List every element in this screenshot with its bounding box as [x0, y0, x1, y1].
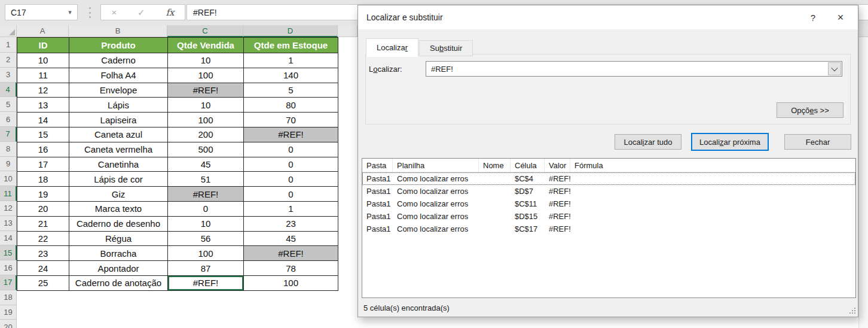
cell-a3[interactable]: 11 [17, 68, 69, 83]
result-row-4[interactable]: Pasta1Como localizar erros$D$15#REF! [362, 210, 855, 223]
row-header-16[interactable]: 16 [0, 260, 17, 275]
cell-a14[interactable]: 22 [17, 232, 69, 247]
cell-a11[interactable]: 19 [17, 187, 69, 202]
cell-c9[interactable]: 45 [168, 157, 244, 172]
cell-d17[interactable]: 100 [244, 276, 338, 291]
result-row-3[interactable]: Pasta1Como localizar erros$C$11#REF! [362, 198, 855, 210]
close-icon[interactable]: × [823, 11, 858, 24]
cell-b14[interactable]: Régua [69, 232, 168, 247]
column-header-b[interactable]: B [69, 25, 167, 37]
cell-c6[interactable]: 100 [168, 113, 244, 127]
cell-c10[interactable]: 51 [168, 172, 244, 187]
cell-b3[interactable]: Folha A4 [69, 68, 168, 83]
row-header-14[interactable]: 14 [0, 231, 17, 246]
cell-d14[interactable]: 45 [244, 232, 338, 247]
column-header-a[interactable]: A [17, 25, 69, 37]
cell-c12[interactable]: 0 [168, 202, 244, 217]
find-next-button[interactable]: Localizar próxima [691, 133, 769, 151]
result-row-1[interactable]: Pasta1Como localizar erros$C$4#REF! [362, 172, 855, 185]
cell-b8[interactable]: Caneta vermelha [69, 142, 168, 157]
cell-d4[interactable]: 5 [244, 83, 338, 98]
cell-c7[interactable]: 200 [168, 127, 244, 142]
cell-c15[interactable]: 100 [168, 246, 244, 261]
header-cell-c1[interactable]: Qtde Vendida [168, 38, 244, 53]
cell-d12[interactable]: 1 [244, 202, 338, 217]
row-header-17[interactable]: 17 [0, 275, 17, 290]
results-column-nome[interactable]: Nome [479, 159, 511, 172]
cell-a5[interactable]: 13 [17, 98, 69, 113]
cell-a17[interactable]: 25 [17, 276, 69, 291]
row-header-20[interactable]: 20 [0, 320, 17, 328]
cell-d7[interactable]: #REF! [244, 127, 338, 142]
cell-b17[interactable]: Caderno de anotação [69, 276, 168, 291]
vertical-scrollbar[interactable] [858, 0, 868, 328]
results-list[interactable]: PastaPlanilhaNomeCélulaValorFórmula Past… [362, 158, 856, 298]
tab-substituir[interactable]: Substituir [419, 40, 473, 56]
row-header-6[interactable]: 6 [0, 112, 17, 127]
results-column-valor[interactable]: Valor [545, 159, 570, 172]
cell-d13[interactable]: 23 [244, 217, 338, 232]
tab-localizar[interactable]: Localizar [366, 38, 418, 57]
cell-a7[interactable]: 15 [17, 127, 69, 142]
row-header-8[interactable]: 8 [0, 142, 17, 157]
row-header-5[interactable]: 5 [0, 97, 17, 112]
column-header-d[interactable]: D [243, 25, 338, 37]
column-header-c[interactable]: C [167, 25, 243, 37]
cell-d2[interactable]: 1 [244, 53, 338, 68]
cell-b16[interactable]: Apontador [69, 261, 168, 276]
result-row-5[interactable]: Pasta1Como localizar erros$C$17#REF! [362, 223, 855, 235]
dialog-title-bar[interactable]: Localizar e substituir ? × [358, 5, 858, 29]
cell-c3[interactable]: 100 [168, 68, 244, 83]
cell-a12[interactable]: 20 [17, 202, 69, 217]
find-combobox[interactable]: #REF! [426, 61, 842, 77]
results-column-pasta[interactable]: Pasta [362, 159, 393, 172]
row-header-12[interactable]: 12 [0, 201, 17, 216]
row-header-9[interactable]: 9 [0, 157, 17, 172]
cell-c8[interactable]: 500 [168, 142, 244, 157]
row-header-7[interactable]: 7 [0, 127, 17, 142]
results-column-fórmula[interactable]: Fórmula [570, 159, 855, 172]
cell-b6[interactable]: Lapiseira [69, 113, 168, 127]
cell-b5[interactable]: Lápis [69, 98, 168, 113]
cell-b13[interactable]: Caderno de desenho [69, 217, 168, 232]
cell-d3[interactable]: 140 [244, 68, 338, 83]
cell-a9[interactable]: 17 [17, 157, 69, 172]
cell-d15[interactable]: #REF! [244, 246, 338, 261]
cell-b2[interactable]: Caderno [69, 53, 168, 68]
name-box[interactable]: C17 ▾ [5, 4, 78, 20]
row-header-1[interactable]: 1 [0, 37, 17, 53]
cell-b12[interactable]: Marca texto [69, 202, 168, 217]
column-header-partial[interactable] [338, 25, 357, 37]
cell-b4[interactable]: Envelope [69, 83, 168, 98]
row-header-2[interactable]: 2 [0, 53, 17, 68]
result-row-2[interactable]: Pasta1Como localizar erros$D$7#REF! [362, 185, 855, 198]
cell-c17[interactable]: #REF! [168, 276, 244, 291]
cell-d11[interactable]: 0 [244, 187, 338, 202]
cell-d6[interactable]: 70 [244, 113, 338, 127]
cell-a4[interactable]: 12 [17, 83, 69, 98]
cell-c4[interactable]: #REF! [168, 83, 244, 98]
row-header-18[interactable]: 18 [0, 290, 17, 305]
cell-d10[interactable]: 0 [244, 172, 338, 187]
header-cell-a1[interactable]: ID [17, 38, 69, 53]
row-header-11[interactable]: 11 [0, 186, 17, 201]
cell-c2[interactable]: 10 [168, 53, 244, 68]
cell-b11[interactable]: Giz [69, 187, 168, 202]
cell-b10[interactable]: Lápis de cor [69, 172, 168, 187]
results-column-planilha[interactable]: Planilha [393, 159, 479, 172]
select-all-corner[interactable] [0, 25, 17, 37]
cell-c5[interactable]: 10 [168, 98, 244, 113]
cell-c13[interactable]: 10 [168, 217, 244, 232]
cell-a13[interactable]: 21 [17, 217, 69, 232]
row-header-13[interactable]: 13 [0, 216, 17, 231]
cell-a8[interactable]: 16 [17, 142, 69, 157]
options-button[interactable]: Opções >> [777, 102, 843, 118]
results-column-célula[interactable]: Célula [511, 159, 545, 172]
cell-a6[interactable]: 14 [17, 113, 69, 127]
cell-b9[interactable]: Canetinha [69, 157, 168, 172]
cell-a16[interactable]: 24 [17, 261, 69, 276]
cell-a15[interactable]: 23 [17, 246, 69, 261]
header-cell-d1[interactable]: Qtde em Estoque [244, 38, 338, 53]
confirm-entry-icon[interactable]: ✓ [137, 7, 145, 18]
insert-function-icon[interactable]: fx [166, 7, 175, 18]
